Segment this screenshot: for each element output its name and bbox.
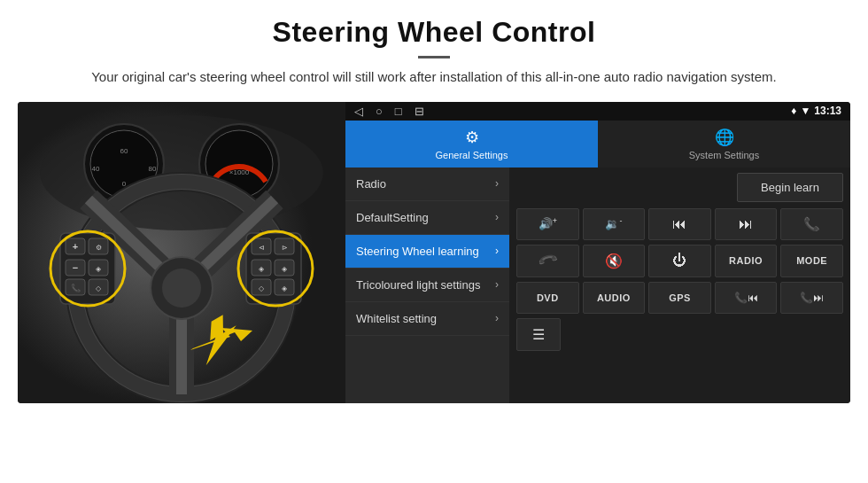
radio-label: RADIO bbox=[729, 255, 763, 266]
svg-text:−: − bbox=[73, 262, 78, 273]
radio-button[interactable]: RADIO bbox=[715, 245, 778, 277]
controls-row-1: 🔊+ 🔉- ⏮ ⏭ 📞 bbox=[516, 208, 843, 240]
prev-track-icon: ⏮ bbox=[672, 216, 686, 232]
svg-text:◈: ◈ bbox=[259, 265, 265, 273]
svg-text:◇: ◇ bbox=[96, 284, 102, 292]
menu-item-tricoloured-chevron: › bbox=[495, 278, 499, 291]
next-track-icon: ⏭ bbox=[739, 216, 753, 232]
begin-learn-row: Begin learn bbox=[516, 173, 843, 202]
status-bar: ◁ ○ □ ⊟ ♦ ▼ 13:13 bbox=[345, 102, 850, 121]
menu-item-radio-chevron: › bbox=[495, 177, 499, 190]
menu-item-tricoloured-label: Tricoloured light settings bbox=[356, 278, 480, 292]
svg-text:×1000: ×1000 bbox=[229, 168, 250, 176]
phone-hangup-icon: 📞 bbox=[803, 216, 820, 232]
main-content: 60 0 40 80 ×1000 bbox=[18, 102, 850, 403]
menu-item-defaultsetting[interactable]: DefaultSetting › bbox=[345, 201, 509, 235]
time-display: 13:13 bbox=[814, 105, 841, 117]
back-icon[interactable]: ◁ bbox=[354, 105, 363, 118]
svg-text:60: 60 bbox=[120, 147, 128, 155]
menu-item-defaultsetting-label: DefaultSetting bbox=[356, 211, 429, 224]
svg-text:40: 40 bbox=[92, 165, 100, 173]
tel-next-icon: 📞⏭ bbox=[800, 292, 824, 304]
gps-label: GPS bbox=[669, 292, 691, 303]
page-title: Steering Wheel Control bbox=[0, 16, 868, 49]
audio-label: AUDIO bbox=[597, 292, 631, 303]
controls-row-3: DVD AUDIO GPS 📞⏮ 📞⏭ bbox=[516, 282, 843, 314]
vol-up-icon: 🔊+ bbox=[539, 216, 557, 230]
menu-icon: ☰ bbox=[532, 326, 545, 343]
svg-text:◈: ◈ bbox=[96, 265, 102, 273]
svg-text:⊲: ⊲ bbox=[259, 244, 265, 252]
svg-text:+: + bbox=[73, 241, 78, 252]
power-button[interactable]: ⏻ bbox=[648, 245, 711, 277]
svg-text:◇: ◇ bbox=[259, 284, 265, 292]
menu-item-tricoloured[interactable]: Tricoloured light settings › bbox=[345, 269, 509, 302]
vol-down-button[interactable]: 🔉- bbox=[583, 208, 646, 240]
menu-item-radio[interactable]: Radio › bbox=[345, 167, 509, 201]
svg-text:80: 80 bbox=[149, 165, 157, 173]
content-area: Radio › DefaultSetting › Steering Wheel … bbox=[345, 167, 850, 403]
svg-text:⊳: ⊳ bbox=[282, 244, 288, 252]
tab-general-label: General Settings bbox=[436, 150, 508, 160]
vol-down-icon: 🔉- bbox=[605, 216, 622, 230]
right-panel: Begin learn 🔊+ 🔉- ⏮ bbox=[509, 167, 850, 403]
mute-button[interactable]: 🔇 bbox=[583, 245, 646, 277]
general-settings-icon: ⚙ bbox=[465, 128, 479, 147]
menu-item-steeringwheel-chevron: › bbox=[495, 245, 499, 257]
mute-icon: 🔇 bbox=[605, 253, 623, 269]
mode-label: MODE bbox=[796, 255, 827, 266]
audio-button[interactable]: AUDIO bbox=[583, 282, 646, 314]
dvd-button[interactable]: DVD bbox=[516, 282, 579, 314]
menu-item-whitelist-label: Whitelist setting bbox=[356, 312, 437, 325]
header: Steering Wheel Control Your original car… bbox=[0, 0, 868, 93]
phone-answer-icon: 📞 bbox=[537, 249, 559, 271]
menu-item-defaultsetting-chevron: › bbox=[495, 211, 499, 223]
phone-answer-button[interactable]: 📞 bbox=[516, 245, 579, 277]
headunit-section: ◁ ○ □ ⊟ ♦ ▼ 13:13 ⚙ General Settings bbox=[345, 102, 850, 403]
begin-learn-button[interactable]: Begin learn bbox=[737, 173, 843, 202]
steering-wheel-section: 60 0 40 80 ×1000 bbox=[18, 102, 345, 403]
next-track-button[interactable]: ⏭ bbox=[715, 208, 778, 240]
menu-item-steeringwheel-label: Steering Wheel learning bbox=[356, 245, 479, 258]
screencast-icon[interactable]: ⊟ bbox=[415, 105, 424, 118]
page-wrapper: Steering Wheel Control Your original car… bbox=[0, 0, 868, 403]
header-divider bbox=[418, 56, 450, 58]
gps-button[interactable]: GPS bbox=[648, 282, 711, 314]
left-menu: Radio › DefaultSetting › Steering Wheel … bbox=[345, 167, 509, 403]
tab-bar: ⚙ General Settings 🌐 System Settings bbox=[345, 121, 850, 167]
menu-button[interactable]: ☰ bbox=[516, 318, 561, 351]
prev-track-button[interactable]: ⏮ bbox=[648, 208, 711, 240]
svg-text:◈: ◈ bbox=[282, 284, 288, 292]
vol-up-button[interactable]: 🔊+ bbox=[516, 208, 579, 240]
tel-prev-icon: 📞⏮ bbox=[734, 292, 758, 304]
status-bar-right: ♦ ▼ 13:13 bbox=[791, 105, 841, 117]
header-description: Your original car's steering wheel contr… bbox=[0, 67, 868, 88]
tel-next-button[interactable]: 📞⏭ bbox=[780, 282, 843, 314]
tel-prev-button[interactable]: 📞⏮ bbox=[715, 282, 778, 314]
controls-row-2: 📞 🔇 ⏻ RADIO MODE bbox=[516, 245, 843, 277]
status-bar-left: ◁ ○ □ ⊟ bbox=[354, 105, 424, 118]
location-icon: ♦ bbox=[791, 105, 796, 117]
svg-text:◈: ◈ bbox=[282, 265, 288, 273]
menu-item-radio-label: Radio bbox=[356, 177, 386, 191]
svg-text:⚙: ⚙ bbox=[96, 244, 102, 252]
tab-system-settings[interactable]: 🌐 System Settings bbox=[598, 121, 850, 167]
svg-text:📞: 📞 bbox=[71, 283, 81, 293]
recent-icon[interactable]: □ bbox=[395, 105, 402, 118]
menu-item-whitelist-chevron: › bbox=[495, 312, 499, 324]
tab-system-label: System Settings bbox=[689, 150, 759, 160]
menu-item-whitelist[interactable]: Whitelist setting › bbox=[345, 302, 509, 336]
menu-item-steeringwheel[interactable]: Steering Wheel learning › bbox=[345, 235, 509, 269]
wifi-icon: ▼ bbox=[800, 105, 810, 117]
svg-point-21 bbox=[162, 269, 201, 308]
system-settings-icon: 🌐 bbox=[715, 128, 734, 147]
tab-general-settings[interactable]: ⚙ General Settings bbox=[345, 121, 598, 167]
mode-button[interactable]: MODE bbox=[780, 245, 843, 277]
dvd-label: DVD bbox=[537, 292, 559, 303]
phone-hangup-button[interactable]: 📞 bbox=[780, 208, 843, 240]
controls-row-4: ☰ bbox=[516, 318, 843, 351]
power-icon: ⏻ bbox=[672, 253, 686, 269]
home-icon[interactable]: ○ bbox=[376, 105, 383, 118]
